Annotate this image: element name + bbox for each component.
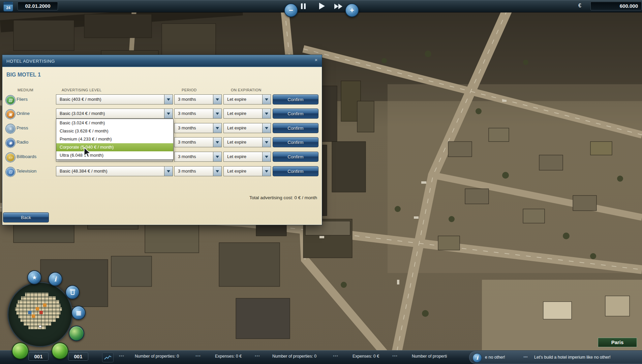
info-icon: i xyxy=(54,275,56,283)
back-button[interactable]: Back xyxy=(3,212,49,222)
medium-label: Press xyxy=(17,123,28,133)
confirm-button[interactable]: Confirm xyxy=(273,109,318,119)
ticker-fragment: e no other! xyxy=(485,355,505,360)
status-expenses-2: Expenses: 0 € xyxy=(353,354,379,359)
minimap[interactable] xyxy=(7,282,73,347)
column-header-period: PERIOD xyxy=(182,88,197,92)
hotel-advertising-dialog: HOTEL ADVERTISING × BIG MOTEL 1 MEDIUM A… xyxy=(2,55,322,225)
dropdown-value: Let expire xyxy=(227,152,261,161)
grid-view-button[interactable]: ▦ xyxy=(71,306,86,320)
period-dropdown[interactable]: 3 months xyxy=(174,109,222,119)
separator: *** xyxy=(195,355,201,359)
fast-forward-button[interactable] xyxy=(334,4,342,9)
option-ultra[interactable]: Ultra (6.048 € / month) xyxy=(56,151,173,159)
column-header-level: ADVERTISING LEVEL xyxy=(62,88,101,92)
confirm-button[interactable]: Confirm xyxy=(273,152,318,162)
option-basic[interactable]: Basic (3.024 € / month) xyxy=(56,119,173,127)
dropdown-value: 3 months xyxy=(178,138,212,147)
medium-label: Radio xyxy=(17,137,28,147)
chevron-down-icon[interactable] xyxy=(262,95,271,104)
expiration-dropdown[interactable]: Let expire xyxy=(223,137,271,147)
medium-label: Online xyxy=(17,109,30,119)
favorites-star-button[interactable]: ★ xyxy=(27,270,41,284)
chevron-down-icon[interactable] xyxy=(262,166,271,176)
hotel-name: BIG MOTEL 1 xyxy=(6,72,41,78)
chevron-down-icon[interactable] xyxy=(262,152,271,161)
chevron-down-icon[interactable] xyxy=(164,95,173,104)
grid-icon: ▦ xyxy=(76,309,81,316)
option-premium[interactable]: Premium (4.233 € / month) xyxy=(56,135,173,143)
medium-label: Television xyxy=(17,166,36,176)
chevron-down-icon[interactable] xyxy=(164,109,173,118)
confirm-button[interactable]: Confirm xyxy=(273,137,318,147)
chevron-down-icon[interactable] xyxy=(164,166,173,176)
dropdown-value: Basic (3.024 € / month) xyxy=(60,109,163,118)
fliers-icon: ▤ xyxy=(6,95,15,105)
dialog-header: HOTEL ADVERTISING × xyxy=(2,55,322,67)
confirm-button[interactable]: Confirm xyxy=(273,166,318,176)
zoom-out-button[interactable]: − xyxy=(284,3,298,17)
demolish-button[interactable] xyxy=(65,285,80,299)
world-map-button[interactable] xyxy=(69,326,84,341)
dropdown-value: Let expire xyxy=(227,109,261,118)
dialog-title: HOTEL ADVERTISING xyxy=(6,59,55,64)
online-icon: ▣ xyxy=(6,110,15,119)
counter-badge-left: 001 xyxy=(28,352,49,361)
confirm-button[interactable]: Confirm xyxy=(273,123,318,133)
currency-symbol: € xyxy=(578,3,581,9)
star-icon: ★ xyxy=(32,274,37,281)
period-dropdown[interactable]: 3 months xyxy=(174,152,222,162)
chevron-down-icon[interactable] xyxy=(262,123,271,133)
advertising-level-dropdown[interactable]: Basic (403 € / month) xyxy=(56,94,173,104)
fliers-glyph: ▤ xyxy=(8,98,12,102)
play-button[interactable] xyxy=(319,3,325,9)
ad-row-television: ⊡ Television Basic (48.384 € / month) 3 … xyxy=(2,166,322,176)
zoom-in-button[interactable]: + xyxy=(345,3,359,17)
chevron-down-icon[interactable] xyxy=(213,109,221,118)
info-button[interactable]: i xyxy=(48,272,62,286)
chevron-down-icon[interactable] xyxy=(262,109,271,118)
online-glyph: ▣ xyxy=(8,112,12,117)
dropdown-value: Basic (48.384 € / month) xyxy=(60,166,163,176)
expiration-dropdown[interactable]: Let expire xyxy=(223,166,271,176)
period-dropdown[interactable]: 3 months xyxy=(174,94,222,104)
expiration-dropdown[interactable]: Let expire xyxy=(223,123,271,133)
expiration-dropdown[interactable]: Let expire xyxy=(223,152,271,162)
column-header-expiration: ON EXPIRATION xyxy=(231,88,262,92)
chevron-down-icon[interactable] xyxy=(262,138,271,147)
period-dropdown[interactable]: 3 months xyxy=(174,166,222,176)
date-display: 02.01.2000 xyxy=(18,2,58,10)
statistics-button[interactable] xyxy=(102,353,114,362)
option-corporate-highlighted[interactable]: Corporate (5.040 € / month) xyxy=(56,143,173,151)
television-glyph: ⊡ xyxy=(9,170,12,174)
chevron-down-icon[interactable] xyxy=(213,138,221,147)
expiration-dropdown[interactable]: Let expire xyxy=(223,94,271,104)
chevron-down-icon[interactable] xyxy=(213,123,221,133)
dropdown-value: Let expire xyxy=(227,166,261,176)
period-dropdown[interactable]: 3 months xyxy=(174,123,222,133)
option-classic[interactable]: Classic (3.628 € / month) xyxy=(56,127,173,135)
press-icon: ≡ xyxy=(6,124,15,133)
confirm-button[interactable]: Confirm xyxy=(273,94,318,104)
game-screen: 24 02.01.2000 − + € 600.000 HOTEL ADVERT… xyxy=(0,0,642,364)
dropdown-value: 3 months xyxy=(178,152,212,161)
advertising-level-dropdown[interactable]: Basic (48.384 € / month) xyxy=(56,166,173,176)
ad-row-online: ▣ Online Basic (3.024 € / month) 3 month… xyxy=(2,109,322,119)
dropdown-value: Let expire xyxy=(227,123,261,133)
green-badge-button-right[interactable] xyxy=(52,342,68,359)
location-label: Paris xyxy=(598,338,637,347)
period-dropdown[interactable]: 3 months xyxy=(174,137,222,147)
chevron-down-icon[interactable] xyxy=(213,95,221,104)
chevron-down-icon[interactable] xyxy=(213,166,221,176)
mouse-cursor xyxy=(83,147,92,158)
green-badge-button-left[interactable] xyxy=(12,342,29,359)
chart-line-icon xyxy=(104,355,112,360)
pause-button[interactable] xyxy=(301,3,306,9)
chevron-down-icon[interactable] xyxy=(213,152,221,161)
billboards-glyph: ▭ xyxy=(8,155,12,160)
expiration-dropdown[interactable]: Let expire xyxy=(223,109,271,119)
advertising-level-dropdown-open[interactable]: Basic (3.024 € / month) xyxy=(56,109,173,119)
minimap-grid xyxy=(8,283,72,346)
close-icon[interactable]: × xyxy=(313,57,319,63)
dropdown-value: 3 months xyxy=(178,95,212,104)
